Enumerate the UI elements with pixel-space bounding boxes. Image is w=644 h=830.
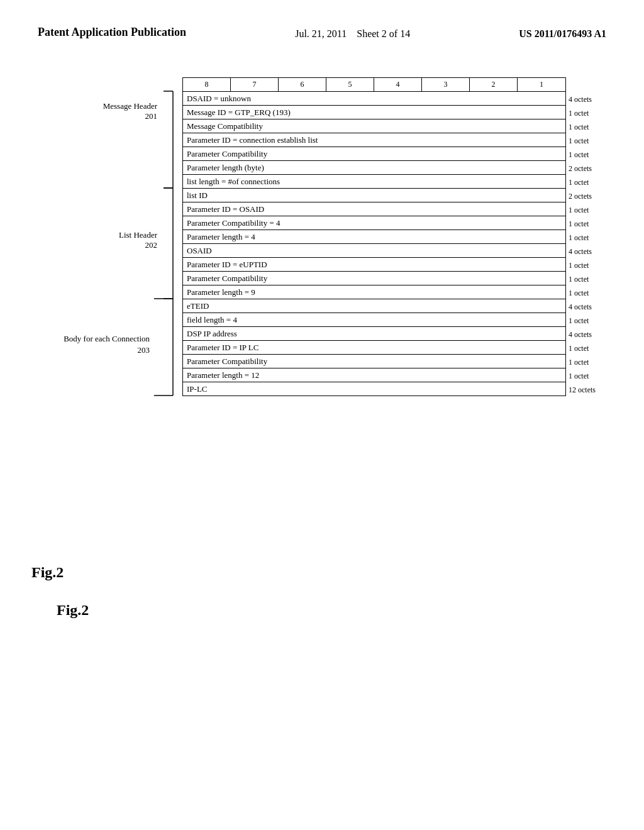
row-list-id: list ID: [183, 189, 566, 202]
table-row: DSP IP address: [183, 327, 566, 341]
table-row: Parameter length = 9: [183, 285, 566, 299]
octet-11: 1 octet: [566, 231, 623, 245]
sheet-info: Sheet 2 of 14: [357, 28, 410, 39]
octet-3: 1 octet: [566, 120, 623, 134]
svg-text:201: 201: [145, 111, 158, 121]
table-row: Parameter Compatibility: [183, 272, 566, 285]
svg-text:203: 203: [138, 345, 150, 355]
table-row: Parameter length (byte): [183, 161, 566, 175]
row-param-id-iplc: Parameter ID = IP LC: [183, 341, 566, 355]
octet-7: 1 octet: [566, 175, 623, 189]
diagram-wrapper: Message Header 201 List Header 202 Body …: [57, 77, 623, 583]
figure-label: Fig.2: [31, 564, 64, 581]
table-row: Parameter Compatibility: [183, 147, 566, 161]
svg-text:202: 202: [145, 240, 158, 250]
row-param-compat-3: Parameter Compatibility: [183, 272, 566, 285]
svg-text:List Header: List Header: [119, 230, 158, 240]
col-5: 5: [326, 78, 374, 92]
octet-8: 2 octets: [566, 189, 623, 203]
octet-22: 12 octets: [566, 383, 623, 397]
table-row: Message Compatibility: [183, 119, 566, 133]
svg-text:Body for each Connection: Body for each Connection: [64, 334, 150, 343]
table-row: Parameter Compatibility: [183, 355, 566, 368]
row-param-id-conn: Parameter ID = connection establish list: [183, 133, 566, 147]
table-row: field length = 4: [183, 313, 566, 327]
octet-14: 1 octet: [566, 272, 623, 286]
table-row: Parameter ID = eUPTID: [183, 258, 566, 272]
row-param-length-2: Parameter length = 4: [183, 230, 566, 244]
table-row: Parameter Compatibility = 4: [183, 216, 566, 230]
row-param-compat-4: Parameter Compatibility: [183, 355, 566, 368]
row-param-compat-1: Parameter Compatibility: [183, 147, 566, 161]
row-message-id: Message ID = GTP_ERQ (193): [183, 106, 566, 119]
octet-18: 4 octets: [566, 328, 623, 341]
table-row: Parameter length = 4: [183, 230, 566, 244]
octet-19: 1 octet: [566, 341, 623, 355]
column-header-row: 8 7 6 5 4 3 2 1: [183, 78, 566, 92]
table-row: Parameter ID = connection establish list: [183, 133, 566, 147]
row-param-length-1: Parameter length (byte): [183, 161, 566, 175]
table-row: Message ID = GTP_ERQ (193): [183, 106, 566, 119]
figure-label-text: Fig.2: [57, 602, 625, 619]
row-message-compat: Message Compatibility: [183, 119, 566, 133]
patent-number: US 2011/0176493 A1: [519, 25, 606, 40]
row-param-compat-2: Parameter Compatibility = 4: [183, 216, 566, 230]
left-section: Message Header 201 List Header 202 Body …: [57, 77, 182, 583]
row-param-length-3: Parameter length = 9: [183, 285, 566, 299]
col-3: 3: [422, 78, 470, 92]
right-section: 4 octets 1 octet 1 octet 1 octet 1 octet…: [566, 77, 623, 583]
table-row: list ID: [183, 189, 566, 202]
publication-date: Jul. 21, 2011: [295, 28, 347, 39]
row-field-length: field length = 4: [183, 313, 566, 327]
table-row: IP-LC: [183, 382, 566, 396]
row-param-length-4: Parameter length = 12: [183, 368, 566, 382]
table-row: list length = #of connections: [183, 175, 566, 189]
octet-21: 1 octet: [566, 369, 623, 383]
col-8: 8: [183, 78, 231, 92]
protocol-table: 8 7 6 5 4 3 2 1 DSAID = unknown Message …: [182, 77, 566, 396]
page-header: Patent Application Publication Jul. 21, …: [0, 0, 644, 52]
col-7: 7: [231, 78, 279, 92]
octet-12: 4 octets: [566, 245, 623, 258]
row-osaid: OSAID: [183, 244, 566, 258]
table-row: OSAID: [183, 244, 566, 258]
row-dsp-ip: DSP IP address: [183, 327, 566, 341]
row-iplc: IP-LC: [183, 382, 566, 396]
table-row: Parameter ID = IP LC: [183, 341, 566, 355]
octet-13: 1 octet: [566, 258, 623, 272]
octet-5: 1 octet: [566, 148, 623, 162]
octet-4: 1 octet: [566, 134, 623, 148]
bracket-svg: Message Header 201 List Header 202 Body …: [57, 77, 182, 580]
table-row: Parameter ID = OSAID: [183, 202, 566, 216]
publication-title: Patent Application Publication: [38, 25, 186, 40]
octet-6: 2 octets: [566, 162, 623, 175]
octet-9: 1 octet: [566, 203, 623, 217]
col-4: 4: [374, 78, 422, 92]
row-param-id-osaid: Parameter ID = OSAID: [183, 202, 566, 216]
col-1: 1: [518, 78, 566, 92]
main-table-section: 8 7 6 5 4 3 2 1 DSAID = unknown Message …: [182, 77, 566, 583]
row-eteid: eTEID: [183, 299, 566, 313]
octet-1: 4 octets: [566, 92, 623, 106]
octet-2: 1 octet: [566, 106, 623, 120]
publication-date-sheet: Jul. 21, 2011 Sheet 2 of 14: [295, 25, 410, 40]
col-6: 6: [279, 78, 326, 92]
table-row: Parameter length = 12: [183, 368, 566, 382]
octet-10: 1 octet: [566, 217, 623, 231]
octet-16: 4 octets: [566, 300, 623, 314]
octet-15: 1 octet: [566, 286, 623, 300]
table-row: DSAID = unknown: [183, 92, 566, 106]
table-row: eTEID: [183, 299, 566, 313]
row-dsaid: DSAID = unknown: [183, 92, 566, 106]
octet-20: 1 octet: [566, 355, 623, 369]
row-param-id-euptid: Parameter ID = eUPTID: [183, 258, 566, 272]
svg-text:Message Header: Message Header: [103, 101, 158, 111]
octet-17: 1 octet: [566, 314, 623, 328]
col-2: 2: [470, 78, 518, 92]
row-list-length: list length = #of connections: [183, 175, 566, 189]
